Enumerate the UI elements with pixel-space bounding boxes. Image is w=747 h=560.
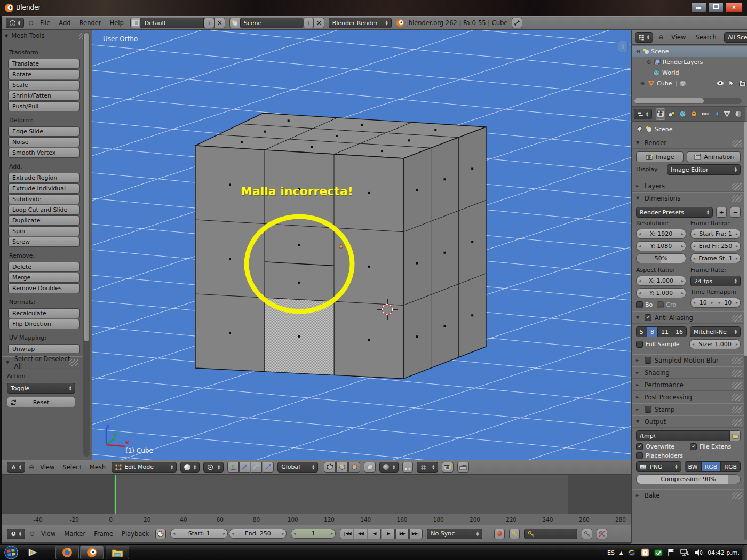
editor-type-info-button[interactable]: i <box>6 18 24 28</box>
fps-select[interactable]: 24 fps <box>690 276 741 286</box>
snap-toggle-button[interactable] <box>402 462 413 473</box>
face-select-button[interactable] <box>348 462 360 473</box>
file-extensions-checkbox[interactable] <box>690 443 697 450</box>
close-scene-button[interactable]: ✕ <box>314 18 324 28</box>
render-animation-button[interactable]: Animation <box>687 151 741 162</box>
viewport-3d[interactable]: User Ortho Malla incorrecta! + (1) Cube … <box>92 30 631 460</box>
full-sample-checkbox[interactable] <box>636 341 643 348</box>
scene-selector-value[interactable]: Scene <box>240 18 303 28</box>
shelf-button-remove-doubles[interactable]: Remove Doubles <box>8 283 80 293</box>
minimize-button[interactable] <box>691 2 706 12</box>
vertex-select-button[interactable] <box>324 462 336 473</box>
remap-old-field[interactable]: 10 <box>690 298 716 308</box>
outliner-scope-select[interactable]: All Scenes <box>724 32 747 43</box>
menu-file[interactable]: File <box>38 19 52 27</box>
scene-selector-icon[interactable] <box>229 18 240 28</box>
menu-help[interactable]: Help <box>108 19 126 27</box>
edge-select-button[interactable] <box>336 462 348 473</box>
tray-update-icon[interactable] <box>627 548 636 557</box>
shelf-button-merge[interactable]: Merge <box>8 273 80 283</box>
taskbar-firefox-button[interactable] <box>55 546 79 559</box>
selectable-cursor-icon[interactable] <box>729 80 734 86</box>
end-frame-field[interactable]: End Fr: 250 <box>690 241 741 251</box>
view3d-menu-view[interactable]: View <box>38 463 57 471</box>
add-preset-button[interactable]: + <box>716 207 727 218</box>
tray-flag-icon[interactable] <box>667 548 675 557</box>
resolution-percentage-slider[interactable]: 50% <box>636 253 686 263</box>
mode-select[interactable]: Edit Mode <box>112 462 177 473</box>
frame-step-field[interactable]: Frame St: 1 <box>690 253 741 263</box>
outliner-menu-search[interactable]: Search <box>693 34 719 41</box>
output-path-field[interactable]: /tmp\ <box>636 430 730 441</box>
render-opengl-animation-button[interactable] <box>457 462 469 473</box>
tab-scene[interactable] <box>667 108 677 120</box>
shelf-button-edge-slide[interactable]: Edge Slide <box>8 126 80 137</box>
browse-folder-button[interactable] <box>730 430 741 441</box>
shelf-button-loop-cut-and-slide[interactable]: Loop Cut and Slide <box>8 205 80 215</box>
aa-size-field[interactable]: Size: 1.000 <box>689 339 741 349</box>
render-engine-select[interactable]: Blender Render <box>329 18 392 28</box>
tray-clock-icon[interactable] <box>641 548 649 557</box>
tray-volume-icon[interactable] <box>694 548 703 557</box>
collapse-menus-icon[interactable]: ⊖ <box>29 463 34 471</box>
outliner-item-renderlayers[interactable]: ⊕ RenderLayers <box>632 57 747 67</box>
taskbar-explorer-button[interactable] <box>106 546 129 559</box>
panel-header-post-processing[interactable]: ►Post Processing <box>632 391 745 403</box>
panel-header-sampled-motion-blur[interactable]: ►Sampled Motion Blur <box>632 354 745 366</box>
timeline-menu-playback[interactable]: Playback <box>120 530 151 538</box>
pin-icon[interactable] <box>636 126 643 133</box>
aa-sample-8[interactable]: 8 <box>647 327 658 337</box>
tab-constraints[interactable] <box>700 108 710 120</box>
tray-sync-icon[interactable] <box>654 548 663 557</box>
renderable-camera-icon[interactable] <box>739 81 746 86</box>
channel-rgba[interactable]: RGB <box>721 462 740 471</box>
editor-type-view3d-button[interactable] <box>7 462 25 473</box>
motion-blur-checkbox[interactable] <box>645 357 651 364</box>
shelf-button-unwrap[interactable]: Unwrap <box>8 344 80 353</box>
timeline-start-field[interactable]: Start: 1 <box>170 529 228 539</box>
snap-element-select[interactable] <box>417 462 438 473</box>
outliner-hscrollbar[interactable] <box>634 98 742 104</box>
jump-to-start-button[interactable]: ❘◀◀ <box>340 529 353 539</box>
aa-sample-11[interactable]: 11 <box>658 327 672 337</box>
maximize-button[interactable] <box>708 2 724 12</box>
visibility-eye-icon[interactable] <box>717 81 724 86</box>
timeline-menu-marker[interactable]: Marker <box>62 530 88 538</box>
viewport-canvas[interactable] <box>92 30 631 460</box>
resolution-x-field[interactable]: X: 1920 <box>636 229 686 239</box>
compression-slider[interactable]: Compression: 90% <box>636 474 741 484</box>
antialiasing-checkbox[interactable] <box>645 314 651 321</box>
shelf-button-flip-direction[interactable]: Flip Direction <box>8 319 80 329</box>
tab-material[interactable] <box>733 108 743 120</box>
jump-next-keyframe-button[interactable]: ▶▶ <box>395 529 409 539</box>
action-select[interactable]: Toggle <box>7 383 75 394</box>
pivot-point-select[interactable] <box>203 462 224 473</box>
mesh-tools-panel-header[interactable]: ▼ Mesh Tools <box>2 30 92 42</box>
manipulator-scale-button[interactable] <box>263 462 274 473</box>
collapse-menus-icon[interactable]: ⊖ <box>29 530 35 538</box>
stamp-checkbox[interactable] <box>645 406 651 413</box>
panel-header-layers[interactable]: ►Layers <box>632 180 745 192</box>
keying-mode-button[interactable] <box>509 529 520 539</box>
tab-object[interactable] <box>689 108 699 120</box>
current-frame-indicator[interactable] <box>115 475 116 514</box>
limit-selection-visible-button[interactable] <box>364 462 376 473</box>
placeholders-checkbox[interactable] <box>636 452 643 459</box>
select-panel-header[interactable]: ▼ Select or Deselect All <box>2 356 82 369</box>
render-presets-select[interactable]: Render Presets <box>636 207 713 218</box>
sync-mode-select[interactable]: No Sync <box>427 529 482 539</box>
shelf-scrollbar[interactable] <box>83 32 90 457</box>
start-frame-field[interactable]: Start Fra: 1 <box>690 229 741 239</box>
reset-button[interactable]: Reset <box>7 397 75 407</box>
border-checkbox[interactable] <box>636 301 643 308</box>
menu-render[interactable]: Render <box>77 19 104 27</box>
manipulator-toggle-button[interactable] <box>227 462 239 473</box>
screen-layout-value[interactable]: Default <box>141 18 204 28</box>
taskbar-blender-button[interactable] <box>80 546 104 559</box>
media-player-pinned-icon[interactable] <box>28 548 38 557</box>
shelf-button-noise[interactable]: Noise <box>8 137 80 147</box>
render-opengl-image-button[interactable] <box>442 462 454 473</box>
outliner-menu-view[interactable]: View <box>669 34 688 41</box>
channel-bw[interactable]: BW <box>685 462 702 471</box>
jump-prev-keyframe-button[interactable]: ◀◀ <box>354 529 367 539</box>
